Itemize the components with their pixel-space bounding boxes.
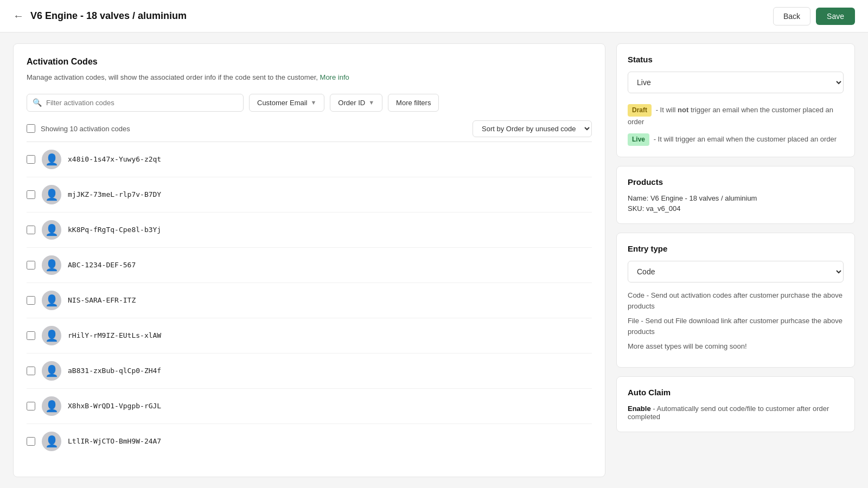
avatar: 👤	[42, 396, 61, 416]
avatar: 👤	[42, 255, 61, 275]
user-icon: 👤	[45, 294, 59, 307]
activation-code: aB831-zxBub-qlCp0-ZH4f	[68, 367, 161, 375]
activation-code: ABC-1234-DEF-567	[68, 261, 136, 269]
save-button[interactable]: Save	[816, 8, 855, 25]
section-desc: Manage activation codes, will show the a…	[27, 72, 592, 83]
list-header: Showing 10 activation codes Sort by Orde…	[27, 120, 592, 137]
filter-bar: 🔍 Customer Email ▼ Order ID ▼ More filte…	[27, 94, 592, 112]
code-list: 👤 x48i0-1s47x-Yuwy6-z2qt 👤 mjJKZ-73meL-r…	[27, 142, 592, 459]
back-arrow-icon[interactable]: ←	[13, 10, 24, 22]
entry-type-select[interactable]: Code File	[628, 261, 844, 282]
auto-claim-card: Auto Claim Enable - Automatically send o…	[616, 376, 855, 432]
activation-code: rHilY-rM9IZ-EUtLs-xlAW	[68, 331, 161, 339]
table-row: 👤 rHilY-rM9IZ-EUtLs-xlAW	[27, 318, 592, 354]
activation-code: x48i0-1s47x-Yuwy6-z2qt	[68, 155, 161, 163]
coming-soon-desc: More asset types will be coming soon!	[628, 341, 844, 352]
sort-select[interactable]: Sort by Order by unused code	[473, 120, 592, 137]
search-input-wrap: 🔍	[27, 94, 244, 112]
avatar: 👤	[42, 361, 61, 381]
search-input[interactable]	[46, 94, 238, 111]
activation-code: X8hxB-WrQD1-Vpgpb-rGJL	[68, 402, 161, 410]
code-type-desc: Code - Send out activation codes after c…	[628, 290, 844, 311]
table-row: 👤 X8hxB-WrQD1-Vpgpb-rGJL	[27, 389, 592, 424]
product-sku: SKU: va_v6_004	[628, 204, 844, 213]
activation-code: mjJKZ-73meL-rlp7v-B7DY	[68, 190, 161, 198]
top-bar-left: ← V6 Engine - 18 valves / aluminium	[13, 10, 187, 22]
row-checkbox[interactable]	[27, 261, 35, 269]
row-checkbox[interactable]	[27, 296, 35, 305]
user-icon: 👤	[45, 400, 59, 413]
activation-code: kK8Pq-fRgTq-Cpe8l-b3Yj	[68, 226, 161, 234]
user-icon: 👤	[45, 435, 59, 448]
table-row: 👤 ABC-1234-DEF-567	[27, 248, 592, 283]
products-title: Products	[628, 177, 844, 187]
row-checkbox[interactable]	[27, 331, 35, 340]
activation-code: LtlIR-WjCTO-BmH9W-24A7	[68, 437, 161, 445]
order-id-filter[interactable]: Order ID ▼	[330, 94, 382, 112]
table-row: 👤 aB831-zxBub-qlCp0-ZH4f	[27, 354, 592, 389]
row-checkbox[interactable]	[27, 155, 35, 164]
row-checkbox[interactable]	[27, 402, 35, 410]
more-filters-button[interactable]: More filters	[388, 94, 439, 112]
row-checkbox[interactable]	[27, 437, 35, 446]
user-icon: 👤	[45, 188, 59, 201]
status-card: Status Live Draft Draft - It will not tr…	[616, 43, 855, 157]
chevron-down-icon: ▼	[310, 99, 316, 106]
user-icon: 👤	[45, 364, 59, 377]
status-title: Status	[628, 55, 844, 64]
more-info-link[interactable]: More info	[320, 73, 349, 81]
product-name: Name: V6 Engine - 18 valves / aluminium	[628, 194, 844, 202]
select-all-checkbox[interactable]	[27, 124, 35, 133]
activation-code: NIS-SARA-EFR-ITZ	[68, 296, 136, 304]
avatar: 👤	[42, 185, 61, 204]
list-header-left: Showing 10 activation codes	[27, 124, 130, 133]
avatar: 👤	[42, 326, 61, 345]
chevron-down-icon: ▼	[368, 99, 374, 106]
live-badge: Live	[628, 133, 649, 146]
avatar: 👤	[42, 432, 61, 451]
top-bar: ← V6 Engine - 18 valves / aluminium Back…	[0, 0, 868, 33]
file-type-desc: File - Send out File download link after…	[628, 316, 844, 337]
back-button[interactable]: Back	[773, 7, 810, 25]
table-row: 👤 NIS-SARA-EFR-ITZ	[27, 283, 592, 318]
main-panel: Activation Codes Manage activation codes…	[13, 43, 605, 477]
avatar: 👤	[42, 291, 61, 310]
live-status-info: Live - It will trigger an email when the…	[628, 133, 844, 146]
row-checkbox[interactable]	[27, 190, 35, 199]
top-bar-right: Back Save	[773, 7, 855, 25]
user-icon: 👤	[45, 153, 59, 166]
status-select[interactable]: Live Draft	[628, 72, 844, 93]
user-icon: 👤	[45, 259, 59, 272]
row-checkbox[interactable]	[27, 367, 35, 375]
section-title: Activation Codes	[27, 57, 592, 67]
customer-email-filter[interactable]: Customer Email ▼	[249, 94, 324, 112]
content-wrapper: Activation Codes Manage activation codes…	[0, 33, 868, 488]
table-row: 👤 LtlIR-WjCTO-BmH9W-24A7	[27, 424, 592, 459]
table-row: 👤 mjJKZ-73meL-rlp7v-B7DY	[27, 177, 592, 213]
right-panel: Status Live Draft Draft - It will not tr…	[616, 43, 855, 477]
entry-type-card: Entry type Code File Code - Send out act…	[616, 233, 855, 368]
search-icon: 🔍	[33, 98, 42, 107]
draft-status-info: Draft - It will not trigger an email whe…	[628, 104, 844, 128]
avatar: 👤	[42, 220, 61, 240]
page-title: V6 Engine - 18 valves / aluminium	[30, 10, 187, 22]
products-card: Products Name: V6 Engine - 18 valves / a…	[616, 166, 855, 224]
auto-claim-title: Auto Claim	[628, 388, 844, 397]
table-row: 👤 kK8Pq-fRgTq-Cpe8l-b3Yj	[27, 213, 592, 248]
user-icon: 👤	[45, 223, 59, 236]
showing-count: Showing 10 activation codes	[41, 125, 130, 133]
draft-badge: Draft	[628, 104, 652, 117]
row-checkbox[interactable]	[27, 226, 35, 234]
table-row: 👤 x48i0-1s47x-Yuwy6-z2qt	[27, 142, 592, 177]
entry-type-title: Entry type	[628, 244, 844, 253]
user-icon: 👤	[45, 329, 59, 342]
avatar: 👤	[42, 150, 61, 169]
auto-claim-info: Enable - Automatically send out code/fil…	[628, 404, 844, 421]
